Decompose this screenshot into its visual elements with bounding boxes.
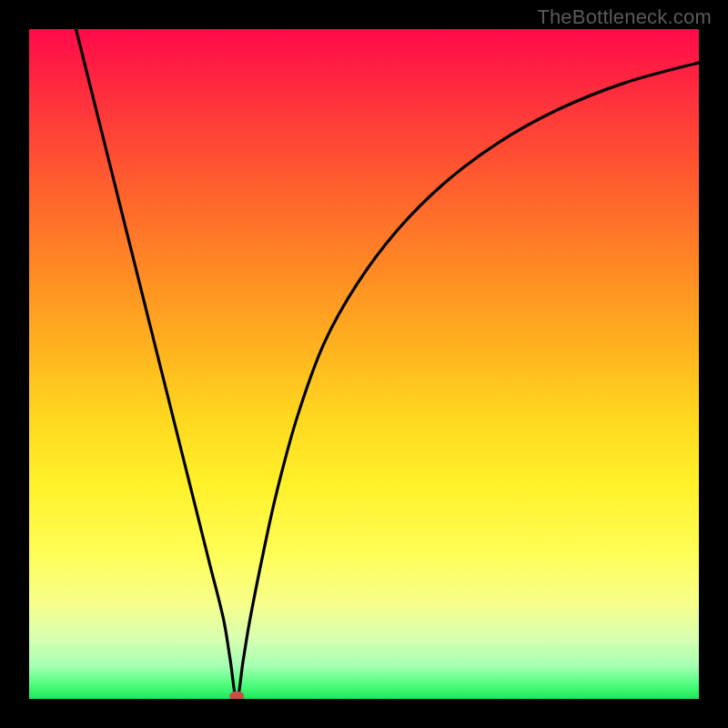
minimum-marker bbox=[229, 692, 244, 700]
watermark-text: TheBottleneck.com bbox=[537, 5, 712, 29]
bottleneck-curve bbox=[76, 29, 699, 699]
chart-frame: TheBottleneck.com bbox=[0, 0, 728, 728]
plot-area bbox=[29, 29, 699, 699]
curve-layer bbox=[29, 29, 699, 699]
